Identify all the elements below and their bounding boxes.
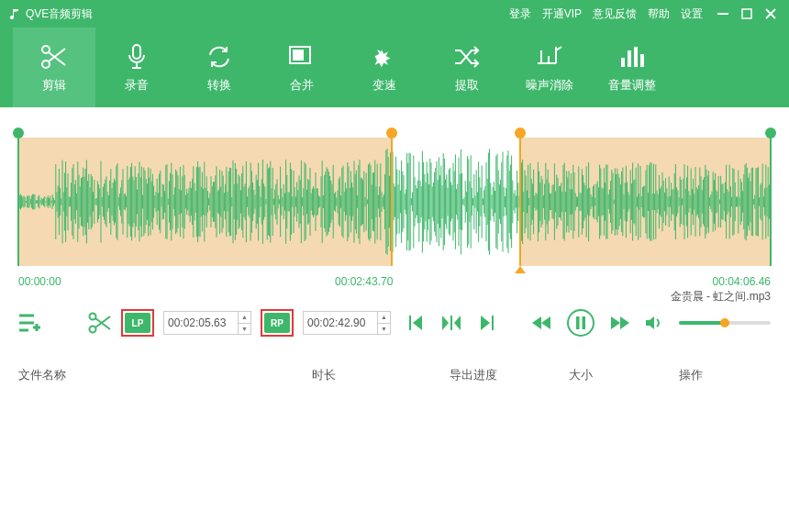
trim-in-button[interactable] — [442, 316, 461, 330]
tool-merge-label: 合并 — [290, 77, 314, 94]
add-section-button[interactable] — [18, 313, 42, 333]
col-duration: 时长 — [312, 367, 450, 383]
svg-rect-10 — [640, 54, 644, 67]
window-controls — [712, 8, 789, 19]
svg-rect-6 — [294, 50, 303, 60]
cut-button[interactable] — [88, 312, 112, 334]
tool-denoise-label: 噪声消除 — [526, 77, 573, 94]
merge-icon — [288, 45, 316, 69]
time-mid: 00:02:43.70 — [335, 275, 393, 288]
tool-record[interactable]: 录音 — [95, 28, 178, 107]
time-start: 00:00:00 — [18, 275, 61, 288]
rp-marker-highlight: RP — [261, 309, 294, 337]
tool-cut[interactable]: 剪辑 — [13, 28, 95, 107]
tool-volume[interactable]: 音量调整 — [591, 28, 673, 107]
volume-icon[interactable] — [646, 316, 662, 330]
denoise-icon — [536, 45, 563, 69]
pause-icon — [575, 316, 586, 329]
lp-time-value: 00:02:05.63 — [168, 316, 226, 329]
tool-speed-label: 变速 — [372, 77, 396, 94]
app-title-group: QVE音频剪辑 — [0, 6, 93, 22]
col-name: 文件名称 — [18, 367, 312, 383]
settings-link[interactable]: 设置 — [681, 6, 703, 22]
svg-rect-8 — [628, 50, 631, 67]
to-start-button[interactable] — [409, 316, 426, 330]
svg-rect-14 — [450, 316, 452, 330]
controls-row: LP 00:02:05.63 ▲▼ RP 00:02:42.90 ▲▼ 金贵晨 … — [18, 305, 771, 341]
shuffle-icon — [453, 46, 481, 68]
svg-rect-0 — [717, 13, 728, 15]
rp-badge[interactable]: RP — [264, 313, 290, 333]
equalizer-icon — [619, 45, 645, 69]
svg-rect-13 — [409, 316, 411, 330]
rp-time-value: 00:02:42.90 — [307, 316, 365, 329]
svg-rect-17 — [582, 316, 585, 329]
minimize-icon[interactable] — [717, 8, 728, 19]
maximize-icon[interactable] — [741, 8, 752, 19]
time-end: 00:04:06.46 — [713, 275, 771, 288]
tool-extract-label: 提取 — [455, 77, 479, 94]
current-file-name: 金贵晨 - 虹之间.mp3 — [671, 289, 771, 305]
speed-icon — [372, 44, 397, 70]
vip-link[interactable]: 开通VIP — [542, 6, 582, 22]
help-link[interactable]: 帮助 — [648, 6, 670, 22]
tool-merge[interactable]: 合并 — [261, 28, 343, 107]
tool-volume-label: 音量调整 — [608, 77, 656, 94]
svg-rect-4 — [133, 45, 140, 59]
main-toolbar: 剪辑 录音 转换 合并 变速 提取 噪声消除 音量调整 — [0, 28, 789, 107]
svg-rect-15 — [492, 316, 494, 330]
play-pause-button[interactable] — [567, 309, 595, 337]
lp-spinner[interactable]: ▲▼ — [238, 312, 250, 334]
list-plus-icon — [18, 313, 42, 333]
scissors-small-icon — [88, 312, 112, 334]
tool-cut-label: 剪辑 — [42, 77, 66, 94]
col-action: 操作 — [679, 367, 771, 383]
waveform-graphic — [18, 138, 771, 266]
svg-rect-1 — [742, 9, 751, 18]
tool-convert[interactable]: 转换 — [178, 28, 261, 107]
time-ruler: 00:00:00 00:02:43.70 00:04:06.46 — [18, 275, 771, 288]
volume-thumb[interactable] — [720, 318, 729, 327]
login-link[interactable]: 登录 — [509, 6, 531, 22]
rp-spinner[interactable]: ▲▼ — [377, 312, 390, 334]
feedback-link[interactable]: 意见反馈 — [593, 6, 637, 22]
app-title: QVE音频剪辑 — [26, 6, 93, 22]
titlebar: QVE音频剪辑 登录 开通VIP 意见反馈 帮助 设置 — [0, 0, 789, 28]
playhead-marker[interactable] — [515, 266, 526, 273]
rewind-button[interactable] — [532, 316, 550, 329]
lp-marker-highlight: LP — [121, 309, 154, 337]
to-end-button[interactable] — [477, 316, 494, 330]
sync-icon — [206, 44, 232, 70]
tool-speed[interactable]: 变速 — [343, 28, 426, 107]
volume-slider[interactable] — [679, 321, 771, 325]
tool-denoise[interactable]: 噪声消除 — [508, 28, 591, 107]
waveform-area[interactable] — [18, 124, 771, 275]
playback-controls: 金贵晨 - 虹之间.mp3 — [409, 309, 771, 337]
tool-convert-label: 转换 — [207, 77, 231, 94]
top-links: 登录 开通VIP 意见反馈 帮助 设置 — [509, 6, 712, 22]
col-size: 大小 — [569, 367, 679, 383]
file-list-header: 文件名称 时长 导出进度 大小 操作 — [18, 367, 771, 383]
music-note-icon — [9, 8, 20, 19]
lp-time-field[interactable]: 00:02:05.63 ▲▼ — [163, 311, 251, 335]
tool-extract[interactable]: 提取 — [426, 28, 508, 107]
svg-point-11 — [89, 314, 95, 320]
svg-rect-16 — [576, 316, 580, 329]
svg-rect-9 — [634, 47, 638, 67]
volume-fill — [679, 321, 725, 325]
scissors-icon — [39, 43, 69, 71]
forward-button[interactable] — [611, 316, 629, 329]
microphone-icon — [125, 43, 149, 71]
col-progress: 导出进度 — [450, 367, 569, 383]
svg-point-2 — [42, 46, 50, 53]
lp-badge[interactable]: LP — [125, 313, 150, 333]
svg-point-3 — [42, 61, 50, 68]
rp-time-field[interactable]: 00:02:42.90 ▲▼ — [303, 311, 391, 335]
tool-record-label: 录音 — [125, 77, 149, 94]
svg-rect-7 — [621, 58, 625, 67]
close-icon[interactable] — [765, 8, 776, 19]
svg-point-12 — [89, 327, 95, 333]
